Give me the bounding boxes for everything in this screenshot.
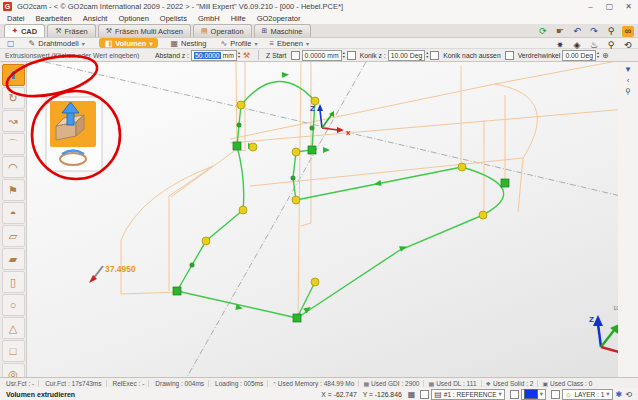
hand-icon[interactable]: ☛: [554, 26, 566, 37]
verdreh-value[interactable]: 0.00: [565, 52, 578, 59]
status-used-memory: ◔Used Memory : 484.99 Mo: [268, 380, 359, 387]
abstand-value[interactable]: 50.0000: [194, 52, 221, 59]
operation-tab-icon: ▤: [201, 27, 208, 35]
tab-label: Maschine: [270, 27, 302, 36]
sphere-tool-button[interactable]: ○: [2, 294, 25, 316]
tab-label: CAD: [21, 27, 37, 36]
slab-tool-button[interactable]: ▱: [2, 225, 25, 247]
extrude-tool-button[interactable]: ⬆: [2, 64, 25, 86]
konik-aussen-checkbox[interactable]: [430, 51, 439, 60]
status-used-class: ▣Used Class : 0: [538, 380, 596, 387]
abstand-label: Abstand z :: [155, 52, 189, 59]
zoom-window-icon[interactable]: ⚲: [605, 40, 617, 51]
sync-icon[interactable]: ⟳: [537, 26, 549, 37]
reference-select[interactable]: ▤ #1 : REFERENCE ▾: [431, 389, 505, 400]
konik-spinner[interactable]: ▴▾: [426, 51, 428, 59]
reference-checkbox[interactable]: [420, 390, 429, 399]
viewport-canvas[interactable]: [27, 62, 618, 377]
menu-bearbeiten[interactable]: Bearbeiten: [36, 14, 72, 23]
layer-select[interactable]: ☼ LAYER : 1 ▾: [562, 389, 612, 400]
menu-datei[interactable]: Datei: [7, 14, 25, 23]
revolve-tool-button[interactable]: ↻: [2, 87, 25, 109]
status-cur-fct: Cur.Fct : 17s743ms: [39, 380, 106, 387]
menu-bar: Datei Bearbeiten Ansicht Optionen Opelis…: [0, 13, 638, 24]
rib-tool-button[interactable]: ⚑: [2, 179, 25, 201]
grid-toggle-icon[interactable]: ▦: [408, 390, 416, 399]
pipe-tool-button[interactable]: ⌒: [2, 133, 25, 155]
loft-tool-button[interactable]: ◠: [2, 156, 25, 178]
zstart-field[interactable]: 0.0000 mm: [302, 50, 342, 61]
chevron-down-icon: ▾: [82, 40, 85, 47]
cube-tool-button[interactable]: □: [2, 340, 25, 362]
konik-field[interactable]: 10.00 Deg: [388, 50, 425, 61]
snap-icon[interactable]: ◈: [571, 40, 583, 51]
direction-icon[interactable]: ⚒: [243, 51, 250, 60]
layer-icon: ☼: [565, 390, 572, 399]
cylinder-tool-button[interactable]: ▯: [2, 271, 25, 293]
menu-optionen[interactable]: Optionen: [118, 14, 148, 23]
color-checkbox[interactable]: [510, 390, 519, 399]
konik-checkbox[interactable]: [347, 51, 356, 60]
menu-opelists[interactable]: Opelists: [160, 14, 187, 23]
sweep-icon: ↝: [8, 115, 17, 128]
menu-go2operator[interactable]: GO2operator: [257, 14, 301, 23]
redo-icon[interactable]: ↷: [588, 26, 600, 37]
verdreh-unit: Deg: [581, 52, 593, 59]
sweep-tool-button[interactable]: ↝: [2, 110, 25, 132]
ribbon-drahtmodell[interactable]: ✎ Drahtmodell ▾: [29, 39, 85, 48]
block-icon: ▰: [9, 253, 17, 266]
zoom-panel-icon[interactable]: ⚲: [625, 87, 631, 96]
abstand-spinner[interactable]: ▴▾: [238, 51, 240, 59]
ribbon-ebenen[interactable]: ≡ Ebenen ▾: [269, 39, 309, 48]
close-button[interactable]: ✕: [619, 0, 638, 13]
maximize-button[interactable]: ▢: [600, 0, 619, 13]
verdreh-field[interactable]: 0.00 Deg: [562, 50, 596, 61]
tab-maschine[interactable]: ⊞ Maschine: [254, 24, 311, 37]
refresh-view-icon[interactable]: ⟲: [625, 390, 632, 399]
slab-icon: ▱: [9, 230, 17, 243]
settings-icon[interactable]: ✱: [616, 390, 623, 399]
tab-operation[interactable]: ▤ Operation: [193, 24, 252, 37]
grid-icon: ▦: [363, 380, 369, 387]
filter-icon[interactable]: ▼: [624, 65, 632, 74]
cone-tool-button[interactable]: △: [2, 317, 25, 339]
new-document-icon[interactable]: ▢: [7, 39, 15, 48]
dome-tool-button[interactable]: ◓: [2, 202, 25, 224]
zstart-spinner[interactable]: ▴▾: [343, 51, 345, 59]
menu-gmbh[interactable]: GmbH: [198, 14, 220, 23]
options-icon[interactable]: ⊕: [602, 51, 609, 60]
menu-hilfe[interactable]: Hilfe: [231, 14, 246, 23]
layer-value: LAYER : 1: [574, 391, 604, 398]
tab-fraesen[interactable]: ⚒ Fräsen: [47, 24, 96, 37]
dome-icon: ◓: [10, 207, 17, 219]
ribbon-label: Ebenen: [277, 39, 303, 48]
zstart-value[interactable]: 0.0000: [305, 52, 326, 59]
color-select[interactable]: ▾: [521, 389, 546, 400]
collapse-panel-icon[interactable]: ‹: [627, 76, 630, 85]
select-icon[interactable]: ✷: [554, 40, 566, 51]
go2cam-window: G GO2cam - < © GO2cam International 2009…: [0, 0, 638, 400]
konik-label: Konik z :: [360, 52, 386, 59]
tab-cad[interactable]: ✦ CAD: [4, 24, 45, 37]
menu-ansicht[interactable]: Ansicht: [83, 14, 108, 23]
rotate-view-icon[interactable]: ⟲: [622, 40, 634, 51]
undo-icon[interactable]: ↶: [571, 26, 583, 37]
ribbon-volumen[interactable]: ◧ Volumen ▾: [99, 38, 159, 48]
block-tool-button[interactable]: ▰: [2, 248, 25, 270]
layer-checkbox[interactable]: [551, 390, 560, 399]
verdreh-checkbox[interactable]: [505, 51, 514, 60]
command-prompt: Extrusionswert (Klicken oder Wert eingeb…: [5, 52, 153, 59]
verdreh-spinner[interactable]: ▴▾: [597, 51, 599, 59]
minimize-button[interactable]: –: [581, 0, 600, 13]
abstand-field[interactable]: 50.0000 mm: [191, 50, 237, 61]
konik-value[interactable]: 10.00: [391, 52, 408, 59]
ribbon-nesting[interactable]: ▦ Nesting: [170, 39, 206, 48]
delete-icon[interactable]: ♨: [588, 40, 600, 51]
zstart-checkbox[interactable]: [291, 51, 300, 60]
ribbon-profile[interactable]: ∿ Profile ▾: [220, 39, 257, 48]
magnifier-icon[interactable]: ⚲: [605, 26, 617, 37]
glasses-icon[interactable]: ∞: [622, 26, 634, 37]
fraesen-tab-icon: ⚒: [55, 27, 61, 35]
tab-fraesen-multi-achsen[interactable]: ⚒ Fräsen Multi Achsen: [98, 24, 191, 37]
status-used-dl: ▦Used DL : 111: [424, 380, 481, 387]
